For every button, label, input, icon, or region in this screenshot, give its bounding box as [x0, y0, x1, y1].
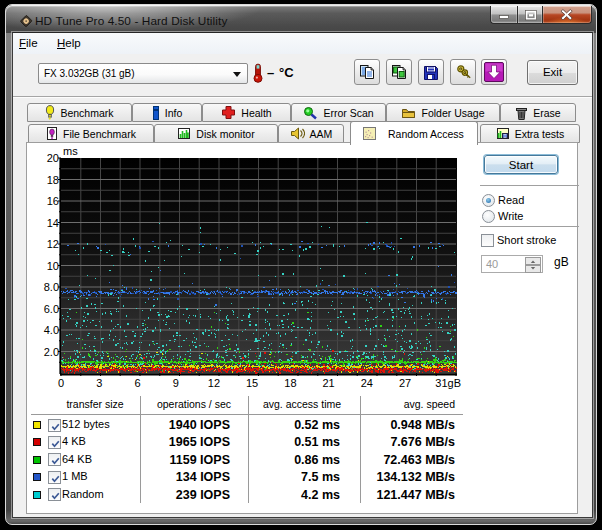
svg-text:6: 6: [134, 377, 140, 389]
svg-text:18: 18: [47, 174, 59, 186]
svg-text:12: 12: [208, 377, 220, 389]
svg-text:21: 21: [322, 377, 334, 389]
svg-text:0: 0: [58, 377, 64, 389]
svg-text:14: 14: [47, 217, 59, 229]
svg-text:8.0: 8.0: [44, 281, 59, 293]
svg-text:9: 9: [173, 377, 179, 389]
svg-text:2.0: 2.0: [44, 346, 59, 358]
svg-text:3: 3: [96, 377, 102, 389]
svg-text:27: 27: [399, 377, 411, 389]
svg-text:16: 16: [47, 195, 59, 207]
svg-text:4.0: 4.0: [44, 324, 59, 336]
svg-text:6.0: 6.0: [44, 303, 59, 315]
svg-text:12: 12: [47, 238, 59, 250]
svg-text:20: 20: [47, 152, 59, 164]
svg-text:31gB: 31gB: [435, 377, 461, 389]
svg-text:15: 15: [246, 377, 258, 389]
svg-text:10: 10: [47, 260, 59, 272]
svg-text:ms: ms: [63, 145, 78, 157]
svg-text:18: 18: [284, 377, 296, 389]
svg-text:24: 24: [361, 377, 373, 389]
